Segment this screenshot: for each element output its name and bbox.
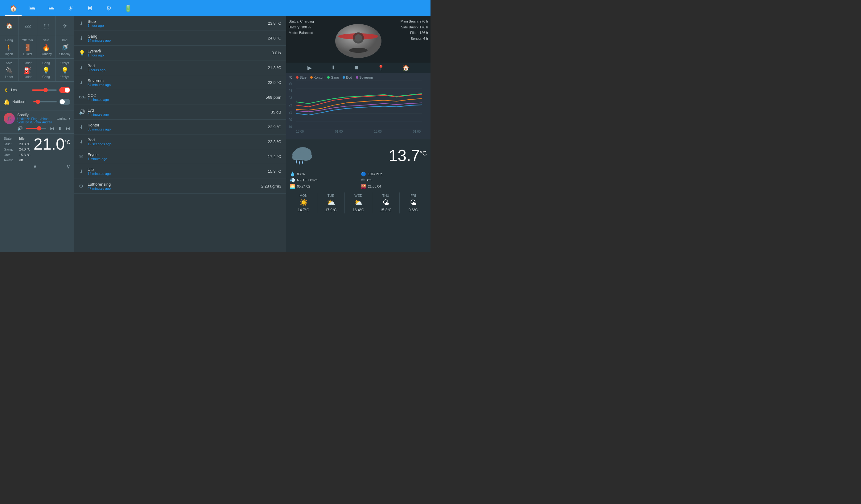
svg-point-4 [355,34,362,42]
temp-icon5: 🌡 [79,124,87,130]
forecast-fri[interactable]: FRI 🌤 9.6°C [400,192,427,214]
nav-display[interactable]: 🖥 [81,1,98,16]
prev-icon[interactable]: ⏮ [50,126,54,131]
svg-line-16 [296,161,297,164]
svg-line-18 [302,161,303,164]
device-lader[interactable]: Lader ⛽ Lader [18,59,37,81]
sensor-ute[interactable]: 🌡 Ute 14 minutes ago 15.3 °C [74,164,286,179]
robot-status: Status: Charging [289,18,314,24]
spotify-user[interactable]: tomlin... ▾ [57,117,70,120]
nattbord-toggle[interactable] [59,99,70,105]
temp-icon6: 🌡 [79,139,87,145]
svg-line-17 [299,161,300,164]
sensor-lysniva[interactable]: 💡 Lysnivå 1 hour ago 0.0 lx [74,46,286,60]
robot-main-brush: Main Brush: 276 h [400,18,428,24]
weather-temperature: 13.7°C [371,146,427,165]
pause-icon[interactable]: ⏸ [58,126,62,131]
sunrise-icon: 🌅 [290,184,295,189]
light-controls: 🕯 Lys 🔔 Nattbord [0,82,74,110]
right-panel: Status: Charging Battery: 100 % Mode: Ba… [286,16,430,252]
svg-point-2 [349,48,368,53]
device-gang[interactable]: Gang 🚶 Ingen [0,36,18,59]
sensor-luftforensing[interactable]: ⚙ Luftforensing 47 minutes ago 2.28 ug/m… [74,179,286,194]
weather-cloud-icon [290,143,315,168]
sound-icon: 🔊 [79,109,87,115]
device-stue[interactable]: Stue 🔥 Standby [37,36,55,59]
chart-section: °C Stue Kontor Gang Bod Soverom 25 24 23… [286,73,430,139]
forecast-mon[interactable]: MON ☀️ 14.7°C [290,192,317,214]
robot-filter: Filter: 126 h [400,30,428,36]
temp-icon2: 🌡 [79,36,87,41]
light-icon: 💡 [79,50,87,56]
sensor-fryser[interactable]: ❄ Fryser 1 minute ago -17.4 °C [74,149,286,164]
temp-icon: 🌡 [79,21,87,26]
x-axis-labels: 13:00 01:00 13:00 01:00 [289,130,428,133]
device-utelys[interactable]: Utelys 💡 Utelys [55,59,74,81]
co2-icon: CO₂ [79,95,87,99]
robot-side-brush: Side Brush: 176 h [400,24,428,30]
spotify-section: 🎵 Spotify Under No Flag - Johan Söderqvi… [0,110,74,134]
svg-rect-15 [292,155,309,160]
mode-away[interactable]: ⬚ [37,16,56,36]
thermostat-temp: 21.0°C [33,136,70,152]
sensor-bad[interactable]: 🌡 Bad 3 hours ago 21.3 °C [74,60,286,75]
sensor-gang[interactable]: 🌡 Gang 14 minutes ago 24.0 °C [74,31,286,46]
humidity-icon: 💧 [290,172,295,176]
bell-icon: 🔔 [4,99,10,105]
chart-svg [289,81,428,130]
device-ytterdor[interactable]: Ytterdør 🚪 Lukket [18,36,37,59]
mode-home[interactable]: 🏠 [0,16,18,36]
next-icon[interactable]: ⏭ [66,126,70,131]
nav-settings[interactable]: ⚙ [100,1,117,16]
robot-sensor: Sensor: 6 h [400,36,428,42]
gear-icon: ⚙ [79,183,87,189]
device-grid-row1: Gang 🚶 Ingen Ytterdør 🚪 Lukket Stue 🔥 St… [0,36,74,59]
y-axis-labels: 25 24 23 22 21 20 19 [289,81,292,130]
spotify-controls: 🔊 ⏮ ⏸ ⏭ [4,126,70,131]
device-gang2[interactable]: Gang 💡 Gang [37,59,55,81]
robot-battery: Battery: 100 % [289,24,314,30]
sensor-kontor[interactable]: 🌡 Kontor 53 minutes ago 22.9 °C [74,120,286,135]
forecast-thu[interactable]: THU 🌤 15.3°C [372,192,400,214]
nattbord-slider[interactable] [33,101,57,103]
robot-locate[interactable]: 📍 [378,65,384,71]
robot-play[interactable]: ▶ [308,65,312,71]
mode-buttons: 🏠 ZZZ ⬚ ✈ [0,16,74,36]
forecast-wed[interactable]: WED ⛅ 16.4°C [345,192,372,214]
mode-travel[interactable]: ✈ [56,16,74,36]
nav-battery[interactable]: 🔋 [120,1,136,16]
forecast-tue[interactable]: TUE ⛅ 17.9°C [317,192,345,214]
robot-controls: ▶ ⏸ ⏹ 📍 🏠 [286,63,430,73]
nav-brightness[interactable]: ☀ [62,1,79,16]
sensor-bod[interactable]: 🌡 Bod 12 seconds ago 22.3 °C [74,135,286,149]
pressure-icon: 🔵 [361,172,366,176]
lamp-icon: 🕯 [4,87,9,93]
chart-legend: °C Stue Kontor Gang Bod Soverom [289,76,428,79]
forecast-row: MON ☀️ 14.7°C TUE ⛅ 17.9°C WED ⛅ 16.4°C … [290,192,427,214]
robot-pause[interactable]: ⏸ [330,65,336,71]
light-lys-row: 🕯 Lys [4,84,70,96]
sensor-co2[interactable]: CO₂ CO2 4 minutes ago 569 ppm [74,90,286,105]
robot-home[interactable]: 🏠 [402,65,409,71]
robot-section: Status: Charging Battery: 100 % Mode: Ba… [286,16,430,73]
main-layout: 🏠 ZZZ ⬚ ✈ Gang 🚶 Ingen Ytterdør 🚪 Lukket… [0,16,430,252]
chevron-down[interactable]: ∨ [66,163,70,170]
chevron-up[interactable]: ∧ [33,163,37,170]
sensor-soverom[interactable]: 🌡 Soverom 54 minutes ago 22.9 °C [74,75,286,90]
nav-sleep2[interactable]: 🛏 [43,1,60,16]
volume-icon[interactable]: 🔊 [17,126,23,131]
volume-slider[interactable] [26,128,46,129]
lys-slider[interactable] [32,90,57,91]
temp-icon7: 🌡 [79,169,87,174]
device-bad[interactable]: Bad 🚿 Standby [55,36,74,59]
weather-section: 13.7°C 💧 83 % 🔵 1014 hPa 💨 NE 13.7 km/h … [286,139,430,252]
mode-sleep[interactable]: ZZZ [18,16,37,36]
sensor-lyd[interactable]: 🔊 Lyd 4 minutes ago 35 dB [74,105,286,120]
nav-home[interactable]: 🏠 [5,1,22,16]
sensor-stue[interactable]: 🌡 Stue 1 hour ago 23.8 °C [74,16,286,31]
nav-sleep1[interactable]: 🛏 [24,1,41,16]
device-sofa[interactable]: Sofa 🔌 Lader [0,59,18,81]
robot-stop[interactable]: ⏹ [354,65,359,71]
lys-toggle[interactable] [59,87,70,93]
sunset-icon: 🌇 [361,184,366,189]
